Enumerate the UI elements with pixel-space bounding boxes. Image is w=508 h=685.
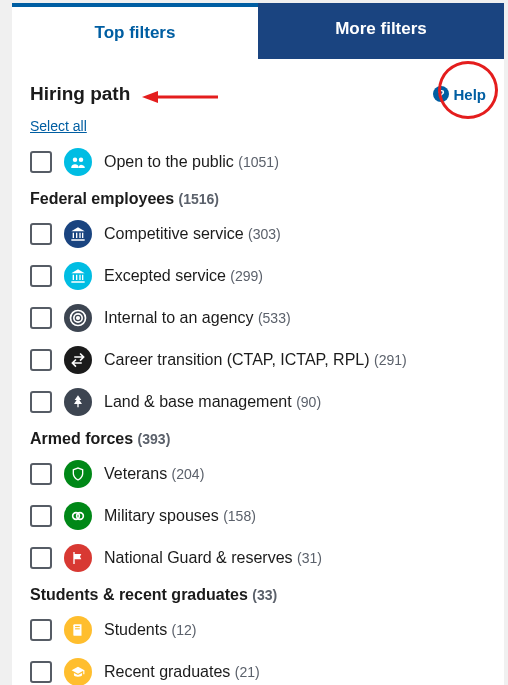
- label: Veterans (204): [104, 465, 204, 483]
- checkbox-students[interactable]: [30, 619, 52, 641]
- checkbox-land-base[interactable]: [30, 391, 52, 413]
- filter-military-spouses: Military spouses (158): [30, 502, 486, 530]
- graduation-cap-icon: [64, 658, 92, 685]
- tree-icon: [64, 388, 92, 416]
- target-icon: [64, 304, 92, 332]
- swap-arrows-icon: [64, 346, 92, 374]
- svg-point-6: [77, 317, 80, 320]
- checkbox-internal-agency[interactable]: [30, 307, 52, 329]
- filter-land-base: Land & base management (90): [30, 388, 486, 416]
- label: Career transition (CTAP, ICTAP, RPL) (29…: [104, 351, 407, 369]
- checkbox-excepted-service[interactable]: [30, 265, 52, 287]
- svg-rect-10: [75, 628, 80, 629]
- checkbox-national-guard[interactable]: [30, 547, 52, 569]
- help-label: Help: [453, 86, 486, 103]
- book-icon: [64, 616, 92, 644]
- tab-top-filters[interactable]: Top filters: [12, 3, 258, 59]
- flag-icon: [64, 544, 92, 572]
- filter-tabs: Top filters More filters: [12, 3, 504, 59]
- help-icon: ?: [433, 86, 449, 102]
- svg-point-3: [79, 158, 84, 163]
- label: Students (12): [104, 621, 197, 639]
- label: Military spouses (158): [104, 507, 256, 525]
- label: Internal to an agency (533): [104, 309, 291, 327]
- label: Land & base management (90): [104, 393, 321, 411]
- checkbox-open-to-public[interactable]: [30, 151, 52, 173]
- label: Competitive service (303): [104, 225, 281, 243]
- shield-icon: [64, 460, 92, 488]
- institution-icon: [64, 220, 92, 248]
- svg-point-2: [73, 158, 78, 163]
- svg-rect-9: [75, 626, 80, 627]
- help-link[interactable]: ? Help: [433, 86, 486, 103]
- label: Open to the public (1051): [104, 153, 279, 171]
- select-all-link[interactable]: Select all: [30, 118, 87, 134]
- filter-open-to-public: Open to the public (1051): [30, 148, 486, 176]
- label: Recent graduates (21): [104, 663, 260, 681]
- filter-national-guard: National Guard & reserves (31): [30, 544, 486, 572]
- filter-veterans: Veterans (204): [30, 460, 486, 488]
- checkbox-career-transition[interactable]: [30, 349, 52, 371]
- panel-title: Hiring path: [30, 83, 130, 105]
- arrow-annotation-icon: [140, 91, 220, 111]
- filter-career-transition: Career transition (CTAP, ICTAP, RPL) (29…: [30, 346, 486, 374]
- svg-marker-1: [142, 91, 158, 103]
- tab-more-filters[interactable]: More filters: [258, 3, 504, 59]
- filter-recent-graduates: Recent graduates (21): [30, 658, 486, 685]
- filter-students: Students (12): [30, 616, 486, 644]
- group-students: Students & recent graduates (33): [30, 586, 486, 604]
- globe-people-icon: [64, 148, 92, 176]
- checkbox-competitive-service[interactable]: [30, 223, 52, 245]
- label: Excepted service (299): [104, 267, 263, 285]
- group-federal-employees: Federal employees (1516): [30, 190, 486, 208]
- checkbox-recent-graduates[interactable]: [30, 661, 52, 683]
- filter-excepted-service: Excepted service (299): [30, 262, 486, 290]
- filter-competitive-service: Competitive service (303): [30, 220, 486, 248]
- label: National Guard & reserves (31): [104, 549, 322, 567]
- institution-icon: [64, 262, 92, 290]
- filter-internal-agency: Internal to an agency (533): [30, 304, 486, 332]
- filter-panel: Hiring path ? Help Select all Open to th…: [12, 59, 504, 685]
- rings-icon: [64, 502, 92, 530]
- checkbox-veterans[interactable]: [30, 463, 52, 485]
- checkbox-military-spouses[interactable]: [30, 505, 52, 527]
- group-armed-forces: Armed forces (393): [30, 430, 486, 448]
